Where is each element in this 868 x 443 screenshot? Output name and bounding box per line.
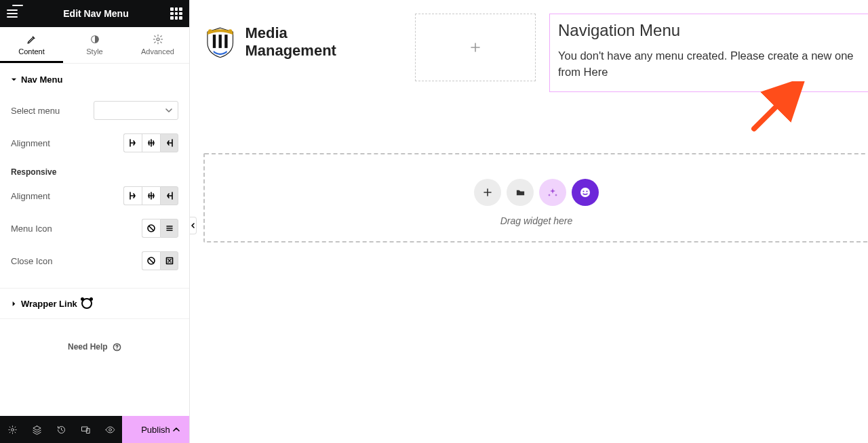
close-box-icon — [165, 256, 174, 266]
menu-icon-none-button[interactable] — [142, 219, 160, 238]
chevron-down-icon — [165, 107, 172, 114]
plus-icon — [482, 187, 493, 198]
select-menu-label: Select menu — [11, 106, 60, 116]
settings-button[interactable] — [0, 416, 24, 443]
tab-advanced-label: Advanced — [141, 47, 174, 56]
resp-align-center-button[interactable] — [142, 186, 160, 205]
tab-content[interactable]: Content — [0, 27, 63, 63]
gear-icon — [7, 425, 18, 435]
resp-align-right-button[interactable] — [160, 186, 178, 205]
responsive-alignment-group — [123, 186, 178, 205]
history-icon — [56, 425, 66, 435]
close-icon-group — [142, 251, 178, 270]
close-icon-label: Close Icon — [11, 256, 52, 266]
align-center-icon — [146, 138, 156, 148]
panda-icon — [81, 298, 92, 309]
sparkles-icon — [547, 187, 558, 198]
editor-tabs: Content Style Advanced — [0, 27, 189, 64]
responsive-button[interactable] — [73, 416, 98, 443]
hamburger-icon[interactable] — [7, 6, 22, 21]
align-center-button[interactable] — [142, 133, 160, 152]
svg-rect-11 — [219, 35, 222, 48]
add-widget-slot[interactable] — [415, 14, 536, 81]
align-right-icon — [165, 138, 174, 148]
tab-advanced[interactable]: Advanced — [126, 27, 189, 63]
pencil-icon — [26, 34, 37, 45]
history-button[interactable] — [49, 416, 73, 443]
menu-icon-group — [142, 219, 178, 238]
site-title: Media Management — [245, 24, 381, 60]
section-nav-menu-body: Select menu Alignment Responsive Alignme… — [0, 91, 189, 289]
site-logo — [203, 25, 237, 59]
widgets-grid-icon[interactable] — [170, 7, 182, 20]
eye-icon — [105, 425, 115, 435]
brand-block: Media Management — [203, 14, 381, 60]
svg-point-14 — [229, 29, 233, 33]
chevron-up-icon — [172, 425, 181, 434]
navigator-button[interactable] — [24, 416, 49, 443]
annotation-arrow-icon — [747, 81, 808, 135]
select-menu-dropdown[interactable] — [94, 101, 178, 120]
section-nav-menu-title: Nav Menu — [21, 75, 62, 85]
face-icon — [579, 186, 591, 198]
close-icon-x-button[interactable] — [160, 251, 178, 270]
folder-icon — [515, 187, 526, 197]
alignment-group — [123, 133, 178, 152]
menu-icon-hamburger-button[interactable] — [160, 219, 178, 238]
close-icon-none-button[interactable] — [142, 251, 160, 270]
preview-canvas: Media Management Navigation Menu You don… — [190, 0, 868, 443]
need-help-link[interactable]: Need Help — [0, 319, 189, 362]
collapse-sidebar-handle[interactable] — [190, 217, 197, 234]
wrapper-link-title: Wrapper Link — [21, 299, 77, 309]
align-left-button[interactable] — [123, 133, 142, 152]
ban-icon — [146, 256, 156, 266]
nav-widget-here-link[interactable]: Here — [584, 66, 608, 78]
gear-icon — [153, 34, 163, 45]
align-right-icon — [165, 191, 174, 201]
svg-rect-10 — [213, 35, 216, 48]
svg-point-13 — [208, 29, 212, 33]
section-wrapper-link-toggle[interactable]: Wrapper Link — [0, 289, 189, 319]
tab-style[interactable]: Style — [63, 27, 126, 63]
responsive-alignment-label: Alignment — [11, 191, 50, 201]
drop-zone-actions — [474, 179, 599, 206]
elementor-ai-button[interactable] — [572, 179, 599, 206]
hamburger-icon — [165, 224, 174, 233]
responsive-heading: Responsive — [11, 159, 178, 180]
sidebar-title: Edit Nav Menu — [63, 8, 128, 19]
nav-menu-widget[interactable]: Navigation Menu You don't have any menu … — [549, 14, 868, 92]
notification-dot-icon — [12, 5, 23, 6]
contrast-icon — [90, 34, 100, 45]
svg-point-1 — [157, 38, 159, 41]
sidebar-footer: Publish — [0, 416, 189, 443]
tab-style-label: Style — [86, 47, 102, 56]
alignment-label: Alignment — [11, 138, 50, 148]
plus-icon — [469, 41, 482, 54]
align-right-button[interactable] — [160, 133, 178, 152]
align-left-icon — [128, 138, 138, 148]
editor-sidebar: Edit Nav Menu Content Style Advanced Nav… — [0, 0, 190, 443]
svg-rect-12 — [224, 35, 227, 48]
drop-zone[interactable]: Drag widget here — [203, 153, 868, 242]
ai-button[interactable] — [539, 179, 566, 206]
svg-point-15 — [580, 188, 590, 197]
tab-content-label: Content — [18, 47, 45, 56]
preview-button[interactable] — [98, 416, 122, 443]
layers-icon — [32, 425, 42, 435]
drop-zone-label: Drag widget here — [500, 215, 573, 226]
align-left-icon — [128, 191, 138, 201]
add-template-button[interactable] — [507, 179, 534, 206]
resp-align-left-button[interactable] — [123, 186, 142, 205]
svg-point-17 — [586, 190, 587, 192]
section-nav-menu-toggle[interactable]: Nav Menu — [0, 64, 189, 91]
header-section: Media Management Navigation Menu You don… — [203, 14, 854, 92]
add-element-button[interactable] — [474, 179, 501, 206]
menu-icon-label: Menu Icon — [11, 224, 52, 234]
nav-widget-title: Navigation Menu — [558, 21, 860, 40]
caret-right-icon — [11, 301, 17, 307]
publish-button[interactable]: Publish — [122, 416, 189, 443]
devices-icon — [81, 425, 91, 435]
svg-point-6 — [11, 428, 14, 431]
ban-icon — [146, 224, 156, 233]
chevron-left-icon — [191, 222, 196, 229]
